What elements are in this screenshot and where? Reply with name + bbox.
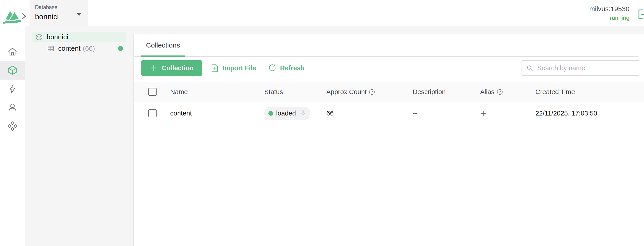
- nav-item-home[interactable]: [0, 42, 25, 61]
- main-area: Collections Collection: [134, 26, 644, 246]
- system-icon: [7, 121, 18, 131]
- header-created-time[interactable]: Created Time: [536, 88, 644, 96]
- attu-logo: [3, 10, 21, 26]
- import-file-label: Import File: [222, 64, 256, 72]
- select-all-checkbox[interactable]: [148, 88, 156, 96]
- server-info: milvus:19530 running: [589, 5, 630, 21]
- collection-name-link[interactable]: content: [170, 110, 192, 117]
- search-input[interactable]: [537, 64, 635, 72]
- loaded-status-dot: [118, 46, 123, 51]
- lightning-icon: [7, 84, 18, 94]
- chevron-right-icon: [20, 12, 28, 20]
- collections-card: Collections Collection: [134, 34, 644, 246]
- created-time-value: 22/11/2025, 17:03:50: [536, 110, 644, 117]
- tree-node-collection-label: content: [58, 45, 80, 52]
- header-name[interactable]: Name: [170, 88, 264, 96]
- app-header: Database bonnici milvus:19530 running: [25, 0, 644, 26]
- search-box[interactable]: [522, 60, 639, 76]
- database-select[interactable]: Database bonnici: [30, 0, 88, 26]
- refresh-button[interactable]: Refresh: [266, 63, 306, 73]
- tree-node-collection[interactable]: content (66): [32, 44, 126, 53]
- header-checkbox-cell: [134, 88, 170, 96]
- attu-app: Database bonnici milvus:19530 running bo…: [0, 0, 644, 246]
- nav-item-play[interactable]: [0, 80, 25, 98]
- loaded-dot-icon: [268, 111, 273, 116]
- tab-active-indicator: [141, 56, 185, 57]
- sidebar-collapse-button[interactable]: [20, 12, 28, 21]
- toolbar: Collection Import File: [141, 60, 639, 76]
- refresh-label: Refresh: [280, 64, 304, 72]
- collection-tree-panel: bonnici content (66): [25, 26, 134, 246]
- dropdown-caret-icon: [76, 13, 82, 16]
- help-icon[interactable]: ?: [369, 89, 375, 95]
- cube-icon: [7, 65, 18, 76]
- refresh-icon: [268, 63, 277, 73]
- home-icon: [7, 46, 18, 57]
- svg-text:?: ?: [371, 90, 373, 94]
- header-status[interactable]: Status: [264, 88, 326, 96]
- header-alias[interactable]: Alias ?: [480, 88, 536, 96]
- status-chip[interactable]: loaded: [264, 107, 310, 120]
- table-row: content loaded 66: [134, 102, 644, 125]
- disconnect-icon[interactable]: [637, 8, 644, 21]
- description-value: --: [413, 110, 480, 117]
- approx-count-value: 66: [326, 110, 413, 117]
- plus-icon: [150, 64, 158, 72]
- create-collection-button[interactable]: Collection: [141, 60, 202, 76]
- tree-node-collection-count: (66): [83, 45, 95, 52]
- header-approx-count[interactable]: Approx Count ?: [326, 88, 413, 96]
- header-description[interactable]: Description: [413, 88, 480, 96]
- table-header-row: Name Status Approx Count ?: [134, 82, 644, 102]
- add-alias-button[interactable]: +: [480, 107, 486, 119]
- svg-text:?: ?: [499, 90, 500, 94]
- release-arrow-icon[interactable]: [300, 110, 306, 117]
- tab-bar: Collections: [134, 34, 638, 57]
- server-status: running: [589, 14, 630, 21]
- tab-collections[interactable]: Collections: [141, 34, 185, 56]
- file-plus-icon: [210, 63, 220, 73]
- nav-item-system[interactable]: [0, 117, 25, 135]
- tree-node-database[interactable]: bonnici: [32, 32, 126, 42]
- help-icon[interactable]: ?: [497, 89, 503, 95]
- collections-table: Name Status Approx Count ?: [134, 82, 644, 125]
- row-checkbox-cell: [134, 109, 170, 117]
- search-icon: [526, 64, 533, 72]
- row-checkbox[interactable]: [148, 109, 156, 117]
- import-file-button[interactable]: Import File: [208, 63, 258, 73]
- table-icon: [47, 45, 54, 52]
- nav-item-database[interactable]: [0, 61, 25, 80]
- user-icon: [7, 102, 18, 113]
- nav-item-users[interactable]: [0, 98, 25, 117]
- server-address: milvus:19530: [589, 5, 630, 13]
- nav-items: [0, 42, 25, 135]
- cube-icon: [35, 33, 43, 41]
- nav-rail: [0, 0, 25, 246]
- database-select-value: bonnici: [35, 13, 82, 21]
- tree-node-database-label: bonnici: [46, 33, 68, 41]
- status-label: loaded: [276, 110, 296, 117]
- database-select-label: Database: [35, 4, 82, 11]
- create-collection-label: Collection: [162, 64, 194, 72]
